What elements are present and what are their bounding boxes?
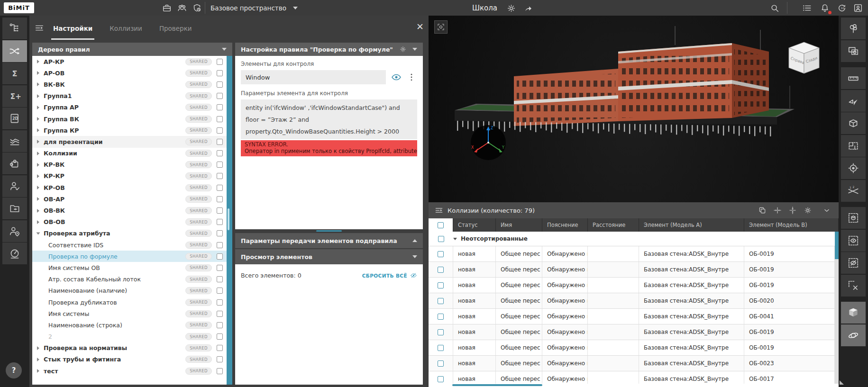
- rule-name[interactable]: Соответствие IDS: [48, 242, 103, 249]
- rule-name[interactable]: Группа ВК: [44, 116, 79, 123]
- settings-gear-icon[interactable]: [505, 2, 517, 14]
- show-selection-icon[interactable]: [841, 230, 866, 252]
- rule-name[interactable]: Имя системы ОВ: [48, 264, 100, 271]
- rule-name[interactable]: Группа КР: [44, 127, 79, 134]
- rule-checkbox[interactable]: [217, 173, 223, 179]
- user-check-icon[interactable]: [2, 175, 27, 197]
- rule-checkbox[interactable]: [217, 127, 223, 134]
- tree-caret-icon[interactable]: [37, 128, 39, 132]
- rule-checkbox[interactable]: [217, 230, 223, 236]
- rule-editor-header[interactable]: Настройка правила "Проверка по формуле": [235, 43, 423, 56]
- rule-name[interactable]: ОВ-ВК: [44, 207, 65, 214]
- folder-share-icon[interactable]: [2, 198, 27, 219]
- tree-row[interactable]: Проверка по формулеSHARED: [32, 251, 227, 262]
- rule-name[interactable]: Коллизии: [44, 150, 77, 157]
- rule-name[interactable]: для презентации: [44, 138, 103, 145]
- tree-caret-icon[interactable]: [37, 117, 39, 121]
- account-icon[interactable]: [852, 2, 864, 14]
- floor-plan-icon[interactable]: [841, 135, 866, 157]
- rule-name[interactable]: АР-ОВ: [44, 70, 64, 77]
- scrollbar-thumb[interactable]: [228, 208, 229, 230]
- clear-selection-icon[interactable]: [841, 275, 866, 297]
- rule-checkbox[interactable]: [217, 288, 223, 294]
- row-checkbox[interactable]: [438, 329, 444, 335]
- display-modes-icon[interactable]: [841, 40, 866, 62]
- tree-row[interactable]: Наименование (наличие)SHARED: [32, 285, 227, 297]
- column-header[interactable]: Элемент (Модель B): [744, 218, 839, 232]
- sum-icon[interactable]: Σ: [2, 63, 27, 84]
- collision-row[interactable]: новаяОбщее пересОбнаружено пеБазовая сте…: [429, 324, 835, 340]
- rule-name[interactable]: Проверка атрибута: [44, 230, 110, 237]
- tree-caret-icon[interactable]: [37, 346, 39, 350]
- tree-caret-icon[interactable]: [37, 369, 39, 373]
- group-checkbox[interactable]: [438, 236, 444, 242]
- tree-caret-icon[interactable]: [37, 209, 39, 213]
- rule-name[interactable]: ОВ-АР: [44, 196, 64, 203]
- focus-target-icon[interactable]: [841, 157, 866, 179]
- rule-name[interactable]: КР-ВК: [44, 161, 64, 168]
- collisions-menu-icon[interactable]: [434, 206, 444, 215]
- row-checkbox-cell[interactable]: [429, 371, 453, 384]
- help-button[interactable]: ?: [6, 362, 22, 378]
- tree-row[interactable]: для презентацииSHARED: [32, 136, 227, 147]
- row-checkbox[interactable]: [438, 314, 444, 320]
- tree-row[interactable]: Наименование (строка)SHARED: [32, 319, 227, 331]
- table-settings-gear-icon[interactable]: [803, 205, 813, 216]
- row-checkbox[interactable]: [438, 282, 444, 288]
- rule-checkbox[interactable]: [217, 356, 223, 362]
- rule-name[interactable]: КР-КР: [44, 172, 64, 180]
- fit-row-height-icon[interactable]: [787, 205, 798, 216]
- tree-caret-icon[interactable]: [37, 358, 39, 361]
- rule-checkbox[interactable]: [217, 276, 223, 282]
- rule-name[interactable]: Проверка дубликатов: [48, 299, 117, 306]
- tree-row[interactable]: ВК-ВКSHARED: [32, 79, 227, 90]
- row-checkbox[interactable]: [438, 298, 444, 304]
- tree-row[interactable]: Проверка дубликатовSHARED: [32, 297, 227, 308]
- isolate-selection-icon[interactable]: [841, 207, 866, 229]
- briefcase-icon[interactable]: [161, 2, 173, 14]
- rule-checkbox[interactable]: [217, 162, 223, 168]
- tree-row[interactable]: 2SHARED: [32, 331, 227, 342]
- tree-caret-icon[interactable]: [37, 197, 39, 201]
- team-icon[interactable]: [176, 2, 188, 14]
- row-checkbox[interactable]: [438, 376, 444, 382]
- search-icon[interactable]: [769, 2, 780, 14]
- row-checkbox-cell[interactable]: [429, 246, 453, 261]
- rule-name[interactable]: Атр. состав Кабельный лоток: [48, 276, 141, 283]
- collision-row[interactable]: новаяОбщее пересОбнаружено пеБазовая сте…: [429, 293, 835, 309]
- tree-row[interactable]: КР-ВКSHARED: [32, 159, 227, 171]
- collisions-hscrollbar[interactable]: [452, 384, 542, 386]
- grids-axes-icon[interactable]: 12: [841, 180, 866, 202]
- tree-caret-icon[interactable]: [37, 174, 39, 178]
- axis-gizmo[interactable]: X Y Z: [471, 125, 506, 160]
- user-location-icon[interactable]: [2, 220, 27, 242]
- close-icon[interactable]: ✕: [416, 21, 424, 32]
- tab-collisions[interactable]: Коллизии: [108, 17, 144, 40]
- column-header[interactable]: Пояснение: [542, 218, 588, 232]
- workspace-selector[interactable]: Базовое пространство: [210, 0, 298, 16]
- rule-name[interactable]: ОВ-ОВ: [44, 218, 65, 225]
- tree-row[interactable]: КР-КРSHARED: [32, 171, 227, 182]
- rule-name[interactable]: Проверка по формуле: [48, 253, 118, 260]
- collision-row[interactable]: новаяОбщее пересОбнаружено пеБазовая сте…: [429, 278, 835, 293]
- row-checkbox-cell[interactable]: [429, 324, 453, 340]
- section-box-icon[interactable]: [841, 112, 866, 134]
- rule-checkbox[interactable]: [217, 59, 223, 65]
- tree-row[interactable]: Соответствие IDSSHARED: [32, 239, 227, 251]
- charts-icon[interactable]: [2, 130, 27, 152]
- tree-row[interactable]: Стык трубы и фитингаSHARED: [32, 354, 227, 365]
- rule-checkbox[interactable]: [217, 299, 223, 306]
- collisions-vscrollbar[interactable]: [835, 232, 839, 384]
- tree-row[interactable]: Имя системы ОВSHARED: [32, 262, 227, 273]
- eye-icon[interactable]: [391, 72, 402, 83]
- rule-name[interactable]: КР-ОВ: [44, 184, 65, 191]
- panel-drag-handle[interactable]: [316, 230, 342, 232]
- tree-row[interactable]: тестSHARED: [32, 365, 227, 377]
- rule-checkbox[interactable]: [217, 265, 223, 271]
- rule-checkbox[interactable]: [217, 81, 223, 88]
- column-header[interactable]: Имя: [496, 218, 542, 232]
- row-checkbox-cell[interactable]: [429, 278, 453, 293]
- shield-status-icon[interactable]: [192, 2, 203, 14]
- rule-name[interactable]: 2: [48, 333, 52, 340]
- history-icon[interactable]: 10: [836, 2, 848, 14]
